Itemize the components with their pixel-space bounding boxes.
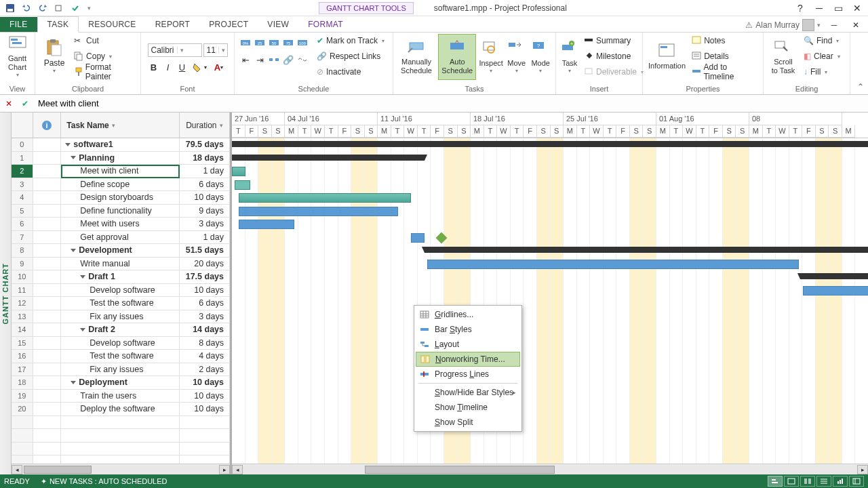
accept-entry-button[interactable]: ✔ bbox=[19, 98, 31, 110]
tab-report[interactable]: REPORT bbox=[146, 17, 200, 32]
duration-cell[interactable]: 51.5 days bbox=[180, 244, 230, 258]
info-cell[interactable] bbox=[33, 191, 62, 205]
select-all-button[interactable] bbox=[12, 113, 33, 138]
task-name-cell[interactable]: Design storyboards bbox=[61, 191, 179, 205]
info-cell[interactable] bbox=[33, 376, 62, 390]
row-number[interactable]: 13 bbox=[12, 310, 33, 324]
details-button[interactable]: Details bbox=[690, 49, 759, 63]
maximize-button[interactable]: ▭ bbox=[830, 1, 846, 15]
info-cell[interactable] bbox=[33, 310, 62, 324]
info-cell[interactable] bbox=[33, 363, 62, 377]
task-bar[interactable] bbox=[235, 180, 250, 190]
gantt-hscroll-track[interactable] bbox=[243, 465, 857, 474]
context-menu-item[interactable]: Show Split bbox=[416, 415, 520, 430]
summary-bar[interactable] bbox=[232, 155, 425, 161]
table-row[interactable]: 9 Write manual 20 days bbox=[12, 258, 230, 271]
table-row[interactable]: 6 Meet with users 3 days bbox=[12, 218, 230, 231]
summary-bar[interactable] bbox=[232, 141, 868, 147]
collapse-triangle-icon[interactable] bbox=[71, 249, 76, 252]
task-bar[interactable] bbox=[239, 207, 398, 216]
milestone-marker[interactable] bbox=[436, 232, 448, 243]
table-row[interactable]: 18 Deployment 10 days bbox=[12, 376, 230, 390]
tab-file[interactable]: FILE bbox=[0, 17, 37, 32]
close-button[interactable]: ✕ bbox=[849, 1, 865, 15]
unlink-button[interactable] bbox=[296, 53, 309, 66]
collapse-triangle-icon[interactable] bbox=[71, 381, 76, 384]
table-row[interactable]: 20 Deploy the software 10 days bbox=[12, 403, 230, 416]
task-name-cell[interactable]: Development bbox=[61, 244, 179, 258]
tab-format[interactable]: FORMAT bbox=[298, 17, 353, 32]
duration-cell[interactable]: 2 days bbox=[180, 363, 230, 377]
info-cell[interactable] bbox=[33, 337, 62, 350]
respect-links-button[interactable]: 🔗Respect Links bbox=[315, 49, 387, 63]
duration-cell[interactable]: 1 day bbox=[180, 165, 230, 178]
task-name-cell[interactable]: Define functionality bbox=[61, 205, 179, 218]
collapse-triangle-icon[interactable] bbox=[80, 275, 85, 279]
row-number[interactable]: 15 bbox=[12, 337, 33, 350]
add-to-timeline-button[interactable]: Add to Timeline bbox=[690, 65, 759, 79]
view-task-usage-button[interactable] bbox=[784, 476, 799, 487]
task-name-cell[interactable]: Test the software bbox=[61, 297, 180, 310]
context-menu-item[interactable]: Bar Styles bbox=[416, 322, 520, 337]
duration-cell[interactable]: 10 days bbox=[180, 403, 230, 416]
table-row[interactable]: 17 Fix any issues 2 days bbox=[12, 363, 230, 377]
find-button[interactable]: 🔍Find▾ bbox=[802, 34, 842, 47]
context-menu-item[interactable]: Show Timeline bbox=[416, 400, 520, 415]
row-number[interactable]: 9 bbox=[12, 258, 33, 271]
task-name-cell[interactable]: Planning bbox=[61, 152, 179, 165]
scroll-to-task-button[interactable]: Scroll to Task bbox=[768, 34, 799, 80]
info-cell[interactable] bbox=[33, 284, 62, 298]
task-bar[interactable] bbox=[803, 286, 869, 296]
duration-cell[interactable]: 8 days bbox=[180, 337, 230, 350]
move-button[interactable]: Move▾ bbox=[506, 34, 528, 80]
link-button[interactable]: 🔗 bbox=[281, 53, 295, 66]
duration-cell[interactable]: 10 days bbox=[180, 191, 230, 205]
row-number[interactable]: 0 bbox=[12, 138, 33, 152]
view-gantt-button[interactable] bbox=[768, 476, 783, 487]
undo-button[interactable] bbox=[19, 1, 34, 15]
gantt-hscroll-thumb[interactable] bbox=[365, 466, 555, 474]
table-row[interactable]: 10 Draft 1 17.5 days bbox=[12, 270, 230, 284]
table-row[interactable]: 12 Test the software 6 days bbox=[12, 297, 230, 310]
pct-50-button[interactable]: 50 bbox=[267, 36, 281, 49]
deliverable-button[interactable]: Deliverable▾ bbox=[582, 65, 646, 79]
copy-button[interactable]: Copy▾ bbox=[72, 49, 136, 63]
minimize-button[interactable]: ─ bbox=[811, 1, 827, 15]
view-tab-vertical[interactable]: GANTT CHART bbox=[0, 113, 12, 474]
duration-cell[interactable]: 79.5 days bbox=[180, 138, 230, 152]
inspect-button[interactable]: Inspect▾ bbox=[479, 34, 502, 80]
hscroll-thumb[interactable] bbox=[24, 466, 92, 474]
context-menu-item[interactable]: Nonworking Time... bbox=[416, 352, 520, 367]
duration-cell[interactable]: 18 days bbox=[180, 152, 230, 165]
qat-btn[interactable] bbox=[68, 1, 83, 15]
user-account[interactable]: ⚠ Alan Murray ▾ bbox=[745, 19, 821, 31]
duration-cell[interactable]: 10 days bbox=[180, 390, 230, 403]
tab-task[interactable]: TASK bbox=[37, 16, 79, 33]
table-row[interactable]: 14 Draft 2 14 days bbox=[12, 323, 230, 337]
duration-cell[interactable]: 9 days bbox=[180, 205, 230, 218]
bold-button[interactable]: B bbox=[147, 61, 161, 75]
tab-resource[interactable]: RESOURCE bbox=[79, 17, 145, 32]
hscroll-track[interactable] bbox=[22, 465, 219, 474]
cut-button[interactable]: ✂Cut bbox=[72, 34, 136, 47]
insert-task-button[interactable]: +Task▾ bbox=[560, 34, 579, 80]
underline-button[interactable]: U bbox=[176, 61, 189, 75]
row-number[interactable]: 6 bbox=[12, 218, 33, 231]
ribbon-minimize-button[interactable]: ─ bbox=[826, 18, 842, 32]
row-number[interactable]: 11 bbox=[12, 284, 33, 298]
task-name-cell[interactable]: Deploy the software bbox=[61, 403, 179, 416]
task-name-cell[interactable]: Write manual bbox=[61, 258, 179, 271]
duration-cell[interactable]: 3 days bbox=[180, 218, 230, 231]
scroll-right-button[interactable]: ▸ bbox=[219, 465, 230, 474]
cancel-entry-button[interactable]: ✕ bbox=[3, 98, 15, 110]
task-name-cell[interactable]: Get approval bbox=[61, 231, 179, 245]
task-name-cell[interactable]: Fix any issues bbox=[61, 363, 180, 377]
status-new-tasks[interactable]: ✦NEW TASKS : AUTO SCHEDULED bbox=[41, 477, 167, 486]
window-close-button[interactable]: ✕ bbox=[848, 18, 864, 32]
summary-button[interactable]: Summary bbox=[582, 34, 646, 47]
row-number[interactable]: 10 bbox=[12, 270, 33, 284]
info-cell[interactable] bbox=[33, 231, 62, 245]
view-resource-sheet-button[interactable] bbox=[816, 476, 831, 487]
row-number[interactable]: 1 bbox=[12, 152, 33, 165]
notes-button[interactable]: Notes bbox=[690, 34, 759, 47]
